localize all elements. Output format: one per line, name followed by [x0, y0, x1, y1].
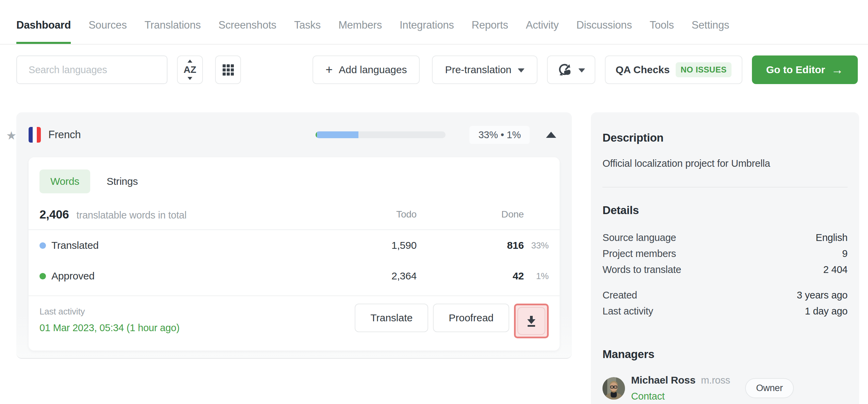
pre-translation-button[interactable]: Pre-translation: [432, 55, 537, 84]
sync-dropdown-button[interactable]: [547, 55, 595, 84]
translated-todo-value: 1,590: [349, 240, 417, 251]
qa-status-badge: NO ISSUES: [676, 62, 731, 77]
go-to-editor-button[interactable]: Go to Editor →: [752, 55, 858, 84]
approved-pct-value: 1%: [524, 271, 549, 281]
units-tabs: Words Strings: [39, 169, 549, 193]
qa-checks-button[interactable]: QA Checks NO ISSUES: [605, 55, 742, 84]
annotation-highlight-box: [514, 304, 549, 338]
detail-row-words-to-translate: Words to translate 2 404: [602, 262, 848, 278]
top-nav: Dashboard Sources Translations Screensho…: [0, 0, 868, 45]
description-title: Description: [602, 131, 848, 144]
arrow-right-icon: →: [831, 64, 843, 76]
manager-name: Michael Ross: [631, 374, 695, 386]
plus-icon: +: [325, 64, 333, 76]
translated-done-value: 816: [417, 240, 524, 251]
details-title: Details: [602, 204, 848, 217]
nav-tab-translations[interactable]: Translations: [144, 0, 200, 44]
last-activity-label: Last activity: [39, 306, 179, 317]
detail-row-project-members: Project members 9: [602, 246, 848, 262]
detail-row-last-activity: Last activity 1 day ago: [602, 303, 848, 319]
detail-row-source-language: Source language English: [602, 230, 848, 246]
nav-tab-tools[interactable]: Tools: [649, 0, 674, 44]
tab-words[interactable]: Words: [39, 169, 90, 193]
project-info-sidebar: Description Official localization projec…: [591, 112, 859, 404]
language-name: French: [48, 129, 81, 141]
nav-tab-settings[interactable]: Settings: [692, 0, 729, 44]
nav-tab-members[interactable]: Members: [338, 0, 382, 44]
grid-view-button[interactable]: [215, 55, 241, 84]
nav-tab-discussions[interactable]: Discussions: [576, 0, 632, 44]
language-stats-card: Words Strings 2,406 translatable words i…: [29, 157, 560, 351]
translated-dot-icon: [39, 242, 46, 249]
manager-username: m.ross: [701, 375, 730, 386]
proofread-button[interactable]: Proofread: [433, 304, 509, 332]
column-header-todo: Todo: [349, 209, 417, 220]
tab-strings[interactable]: Strings: [96, 169, 149, 193]
search-input[interactable]: [16, 55, 167, 84]
description-text: Official localization project for Umbrel…: [602, 158, 848, 169]
stats-card-footer: Last activity 01 Mar 2023, 05:34 (1 hour…: [29, 295, 560, 351]
divider: [602, 187, 848, 188]
language-card-french: French 33% • 1% Words Strings 2,406 tran…: [16, 112, 572, 359]
sort-az-icon: AZ: [182, 62, 197, 77]
nav-tab-screenshots[interactable]: Screenshots: [219, 0, 276, 44]
table-row-translated: Translated 1,590 816 33%: [39, 230, 549, 261]
chevron-down-icon: [578, 68, 585, 72]
sort-az-button[interactable]: AZ: [177, 55, 203, 84]
approved-done-value: 42: [417, 270, 524, 282]
manager-list-item: Michael Ross m.ross Contact Owner: [602, 374, 848, 402]
nav-tab-integrations[interactable]: Integrations: [400, 0, 454, 44]
toolbar: AZ + Add languages Pre-translation: [16, 55, 858, 84]
translate-button[interactable]: Translate: [355, 304, 428, 332]
chevron-down-icon: [518, 68, 525, 72]
progress-percent-chip: 33% • 1%: [469, 126, 530, 144]
download-button[interactable]: [517, 307, 545, 335]
nav-tab-reports[interactable]: Reports: [472, 0, 508, 44]
translated-pct-value: 33%: [524, 240, 549, 251]
approved-todo-value: 2,364: [349, 270, 417, 282]
nav-tab-sources[interactable]: Sources: [89, 0, 127, 44]
table-row-approved: Approved 2,364 42 1%: [39, 261, 549, 291]
nav-tab-dashboard[interactable]: Dashboard: [16, 0, 71, 44]
add-languages-button[interactable]: + Add languages: [312, 55, 420, 84]
french-flag-icon: [29, 127, 41, 143]
download-icon: [525, 314, 537, 327]
detail-row-created: Created 3 years ago: [602, 287, 848, 303]
total-words-caption: translatable words in total: [77, 210, 187, 221]
translation-progress-bar: [316, 131, 446, 138]
owner-badge: Owner: [745, 378, 794, 398]
avatar: [602, 377, 625, 400]
cloud-sync-icon: [557, 62, 572, 77]
column-header-done: Done: [417, 209, 524, 220]
nav-tab-tasks[interactable]: Tasks: [294, 0, 321, 44]
stats-table-header: 2,406 translatable words in total Todo D…: [29, 208, 560, 230]
managers-title: Managers: [602, 348, 848, 361]
last-activity-date[interactable]: 01 Mar 2023, 05:34 (1 hour ago): [39, 322, 179, 334]
nav-tab-activity[interactable]: Activity: [526, 0, 559, 44]
grid-icon: [223, 64, 234, 76]
language-card-header[interactable]: French 33% • 1%: [16, 112, 572, 157]
manager-contact-link[interactable]: Contact: [631, 391, 730, 402]
progress-translated: [317, 131, 358, 138]
approved-dot-icon: [39, 273, 46, 279]
favorite-star-icon[interactable]: ★: [6, 129, 16, 142]
total-words-value: 2,406: [39, 208, 69, 221]
collapse-caret-icon[interactable]: [546, 132, 556, 138]
